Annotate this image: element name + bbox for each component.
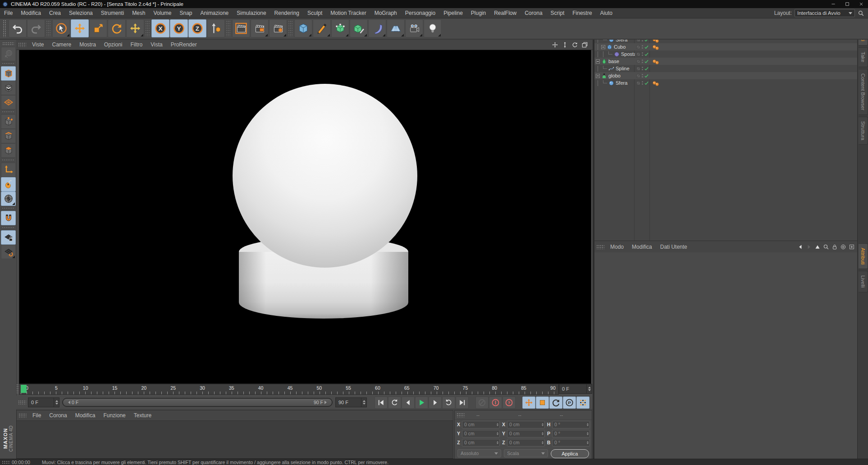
autokey-button[interactable]: ?: [503, 397, 516, 409]
last-tool-button[interactable]: [126, 19, 144, 37]
attribute-menu-modo[interactable]: Modo: [606, 242, 628, 252]
rotate-button[interactable]: [108, 19, 126, 37]
axis-z-button[interactable]: Z: [188, 19, 206, 37]
axis-x-button[interactable]: X: [151, 19, 169, 37]
layer-toggle-icon[interactable]: [636, 66, 641, 71]
snap-3d-button[interactable]: S: [1, 191, 16, 206]
viewport-menu-prorender[interactable]: ProRender: [167, 40, 201, 50]
spline-pen-button[interactable]: [313, 19, 331, 37]
frame-range-fill[interactable]: 0 F 90 F: [63, 399, 332, 406]
menu-aiuto[interactable]: Aiuto: [596, 8, 617, 18]
viewport-menu-vista[interactable]: Vista: [146, 40, 166, 50]
material-menu-corona[interactable]: Corona: [45, 410, 71, 420]
visibility-dots-icon[interactable]: [642, 67, 643, 70]
object-label[interactable]: Spline: [616, 66, 630, 71]
expander-icon[interactable]: [595, 59, 600, 64]
spinner-arrows-icon[interactable]: [587, 431, 589, 436]
mode-toolbar-grip[interactable]: [2, 42, 14, 46]
tweak-mode-button[interactable]: [1, 177, 16, 191]
target-icon[interactable]: [840, 244, 846, 250]
tab-content-browser[interactable]: Content Browser: [859, 69, 868, 115]
points-mode-button[interactable]: [1, 114, 16, 129]
key-pla-button[interactable]: [576, 397, 589, 409]
material-menu-file[interactable]: File: [28, 410, 45, 420]
coordinate-field-p[interactable]: 0 °: [552, 430, 590, 438]
lock-icon[interactable]: [831, 244, 838, 250]
menu-simulazione[interactable]: Simulazione: [233, 8, 270, 18]
menu-snap[interactable]: Snap: [176, 8, 196, 18]
tab-struttura[interactable]: Struttura: [859, 117, 868, 145]
modeling-generator-button[interactable]: [350, 19, 368, 37]
material-tag-icon[interactable]: [655, 46, 659, 50]
coordinate-mode-dropdown[interactable]: Assoluto: [457, 449, 501, 457]
menu-rendering[interactable]: Rendering: [270, 8, 303, 18]
visibility-dots-icon[interactable]: [642, 74, 643, 78]
undo-button[interactable]: [9, 19, 27, 37]
spinner-arrows-icon[interactable]: [497, 431, 499, 436]
coordinate-field-z[interactable]: 0 cm: [507, 439, 545, 447]
layer-toggle-icon[interactable]: [636, 59, 641, 64]
axis-y-button[interactable]: Y: [170, 19, 188, 37]
lock-workplane-button[interactable]: [1, 230, 16, 245]
coordinate-field-z[interactable]: 0 cm: [462, 439, 500, 447]
enabled-check-icon[interactable]: [644, 81, 649, 86]
deformers-button[interactable]: [368, 19, 386, 37]
zoom-view-icon[interactable]: [562, 41, 568, 48]
close-button[interactable]: [854, 0, 868, 8]
menu-mesh[interactable]: Mesh: [128, 8, 149, 18]
material-manager-grip[interactable]: [18, 413, 27, 418]
spinner-arrows-icon[interactable]: [542, 431, 544, 436]
menu-mograph[interactable]: MoGraph: [370, 8, 401, 18]
menu-modifica[interactable]: Modifica: [17, 8, 45, 18]
spinner-arrows-icon[interactable]: [542, 440, 544, 445]
spinner-arrows-icon[interactable]: [586, 384, 592, 393]
menu-finestre[interactable]: Finestre: [568, 8, 596, 18]
go-end-button[interactable]: [456, 397, 469, 409]
spinner-arrows-icon[interactable]: [587, 422, 589, 427]
spinner-arrows-icon[interactable]: [587, 440, 589, 445]
coordinate-field-y[interactable]: 0 cm: [507, 430, 545, 438]
material-menu-modifica[interactable]: Modifica: [71, 410, 100, 420]
layer-toggle-icon[interactable]: [636, 52, 641, 57]
apply-button[interactable]: Applica: [551, 449, 589, 458]
coordinates-grip[interactable]: [457, 413, 465, 417]
key-position-button[interactable]: [522, 397, 535, 409]
play-backwards-button[interactable]: [388, 397, 401, 409]
play-forwards-button[interactable]: [442, 397, 455, 409]
planar-workplane-button[interactable]: [1, 245, 16, 259]
nav-up-icon[interactable]: [814, 244, 821, 250]
object-label[interactable]: Cubo: [614, 44, 626, 50]
tab-livelli[interactable]: Livelli: [859, 271, 868, 292]
environment-button[interactable]: [387, 19, 405, 37]
object-label[interactable]: base: [608, 59, 619, 64]
scene-camera-button[interactable]: [405, 19, 423, 37]
visibility-dots-icon[interactable]: [642, 52, 643, 56]
spinner-arrows-icon[interactable]: [542, 422, 544, 427]
start-frame-spinner[interactable]: 0 F: [28, 397, 59, 407]
minimize-button[interactable]: [826, 0, 840, 8]
scale-mode-dropdown[interactable]: Scala: [504, 449, 548, 457]
maximize-view-icon[interactable]: [581, 41, 588, 48]
visibility-dots-icon[interactable]: [642, 81, 643, 85]
frame-range-slider[interactable]: 0 F 90 F: [62, 398, 333, 407]
spinner-arrows-icon[interactable]: [361, 398, 366, 407]
current-frame-marker[interactable]: [21, 385, 27, 393]
workplane-mode-button[interactable]: [1, 95, 16, 109]
viewport-menubar-grip[interactable]: [18, 42, 26, 47]
material-tag-icon[interactable]: [655, 60, 659, 65]
enabled-check-icon[interactable]: [644, 52, 649, 57]
enabled-check-icon[interactable]: [644, 59, 649, 64]
live-selection-button[interactable]: [52, 19, 70, 37]
next-frame-button[interactable]: [429, 397, 442, 409]
transport-grip[interactable]: [18, 400, 26, 405]
tree-row-spostare[interactable]: Spostare: [594, 50, 858, 58]
render-view-button[interactable]: [232, 19, 250, 37]
timeline-grip[interactable]: [16, 384, 19, 394]
attribute-manager-grip[interactable]: [596, 245, 604, 249]
attribute-menu-modifica[interactable]: Modifica: [628, 242, 656, 252]
menu-pipeline[interactable]: Pipeline: [439, 8, 467, 18]
texture-mode-button[interactable]: [1, 81, 16, 95]
maximize-button[interactable]: [840, 0, 854, 8]
object-label[interactable]: Sfera: [616, 80, 627, 86]
make-editable-button[interactable]: [1, 47, 16, 61]
